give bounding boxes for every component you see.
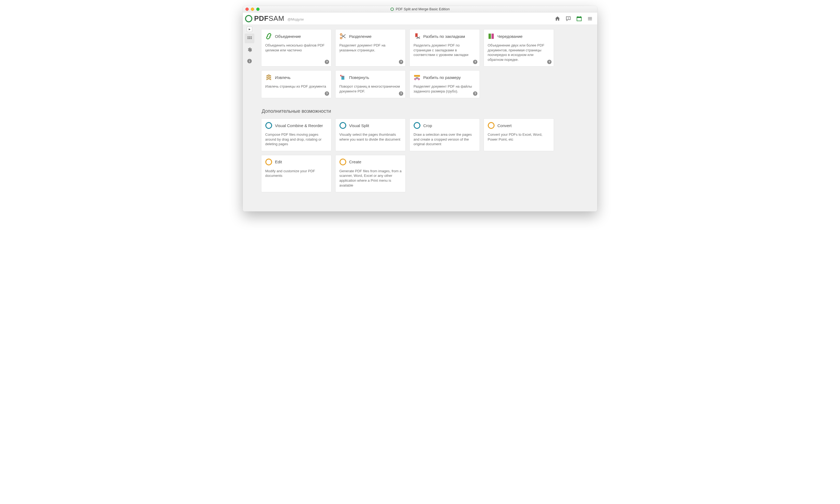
app-window: PDF Split and Merge Basic Edition PDFSAM… [243, 6, 597, 212]
module-title: Create [349, 160, 361, 164]
menu-button[interactable] [585, 14, 595, 23]
module-title: Visual Combine & Reorder [275, 123, 323, 128]
scissors-icon [339, 33, 346, 40]
module-desc: Разделить документ PDF по страницам с за… [414, 43, 476, 57]
svg-rect-5 [580, 16, 581, 17]
appbar: PDFSAM @Модули [243, 13, 597, 25]
premium-grid: Visual Combine & Reorder Compose PDF fil… [261, 119, 592, 192]
brand-text: PDFSAM [254, 14, 284, 23]
grid-icon [247, 36, 252, 41]
module-title: Повернуть [349, 75, 369, 80]
module-split-size[interactable]: Разбить по размеру Разделяет документ PD… [409, 70, 480, 98]
info-icon [247, 58, 252, 64]
swirl-icon [414, 122, 421, 129]
module-title: Разделение [349, 34, 371, 39]
help-button[interactable]: ? [547, 60, 552, 64]
module-desc: Объединение двух или более PDF документо… [488, 43, 550, 62]
sidebar-about-button[interactable] [245, 56, 255, 66]
speech-alert-icon [565, 16, 571, 22]
module-title: Edit [275, 160, 282, 164]
window-title: PDF Split and Merge Basic Edition [243, 7, 597, 11]
module-desc: Convert your PDFs to Excel, Word, Power … [488, 132, 550, 142]
module-desc: Modify and customize your PDF documents [265, 169, 328, 178]
module-title: Convert [497, 123, 512, 128]
svg-rect-3 [577, 17, 581, 18]
swirl-icon [339, 122, 346, 129]
module-desc: Поворот страниц в многостраничном докуме… [339, 84, 402, 93]
svg-rect-0 [568, 17, 568, 18]
svg-rect-14 [414, 75, 420, 77]
breadcrumb: @Модули [287, 17, 304, 21]
premium-convert[interactable]: Convert Convert your PDFs to Excel, Word… [484, 119, 554, 151]
module-title: Разбить по размеру [423, 75, 461, 80]
svg-rect-11 [488, 34, 491, 39]
ruler-scissors-icon [414, 74, 421, 81]
rotate-icon [339, 74, 346, 81]
module-title: Чередование [497, 34, 523, 39]
svg-rect-8 [249, 60, 250, 60]
premium-crop[interactable]: Crop Draw a selection area over the page… [409, 119, 480, 151]
help-button[interactable]: ? [325, 60, 329, 64]
help-button[interactable]: ? [399, 91, 403, 96]
titlebar: PDF Split and Merge Basic Edition [243, 6, 597, 13]
swirl-icon [265, 159, 272, 165]
module-desc: Draw a selection area over the pages and… [414, 132, 476, 147]
premium-visual-split[interactable]: Visual Split Visually select the pages t… [335, 119, 406, 151]
news-button[interactable] [575, 14, 584, 23]
close-button[interactable] [245, 7, 249, 11]
module-split-bookmarks[interactable]: Разбить по закладкам Разделить документ … [409, 29, 480, 67]
module-rotate[interactable]: Повернуть Поворот страниц в многостранич… [335, 70, 406, 98]
alternate-icon [488, 33, 495, 40]
module-desc: Generate PDF files from images, from a s… [339, 169, 402, 188]
module-desc: Разделяет документ PDF на указанных стра… [339, 43, 402, 52]
premium-visual-combine[interactable]: Visual Combine & Reorder Compose PDF fil… [261, 119, 332, 151]
svg-rect-7 [249, 60, 250, 62]
premium-edit[interactable]: Edit Modify and customize your PDF docum… [261, 155, 332, 192]
module-merge[interactable]: Объединение Объединить несколько файлов … [261, 29, 332, 67]
swirl-icon [265, 122, 272, 129]
notifications-button[interactable] [564, 14, 573, 23]
sidebar: ▶ [243, 25, 256, 212]
svg-rect-1 [568, 19, 568, 19]
module-split[interactable]: Разделение Разделяет документ PDF на ука… [335, 29, 406, 67]
bookmark-scissors-icon [414, 33, 421, 40]
module-desc: Извлечь страницы из PDF документа [265, 84, 328, 89]
module-desc: Compose PDF files moving pages around by… [265, 132, 328, 147]
content-area: Объединение Объединить несколько файлов … [256, 25, 597, 212]
module-title: Разбить по закладкам [423, 34, 465, 39]
module-extract[interactable]: Извлечь Извлечь страницы из PDF документ… [261, 70, 332, 98]
module-desc: Visually select the pages thumbnails whe… [339, 132, 402, 142]
module-desc: Разделяет документ PDF на файлы заданног… [414, 84, 476, 93]
extract-icon [265, 74, 272, 81]
module-title: Crop [423, 123, 432, 128]
sidebar-modules-button[interactable] [245, 34, 255, 43]
help-button[interactable]: ? [473, 91, 477, 96]
premium-create[interactable]: Create Generate PDF files from images, f… [335, 155, 406, 192]
module-alternate[interactable]: Чередование Объединение двух или более P… [484, 29, 554, 67]
premium-section-title: Дополнительные возможности [262, 108, 592, 114]
help-button[interactable]: ? [325, 91, 329, 96]
link-icon [265, 33, 272, 40]
app-icon [390, 7, 394, 11]
calendar-icon [576, 16, 582, 22]
minimize-button[interactable] [251, 7, 254, 11]
module-title: Visual Split [349, 123, 369, 128]
sidebar-expand-handle[interactable]: ▶ [247, 26, 252, 32]
help-button[interactable]: ? [399, 60, 403, 64]
zoom-button[interactable] [256, 7, 260, 11]
gear-icon [247, 47, 252, 52]
hamburger-icon [587, 16, 593, 22]
module-desc: Объединить несколько файлов PDF целиком … [265, 43, 328, 52]
help-button[interactable]: ? [473, 60, 477, 64]
window-controls [243, 7, 260, 11]
modules-grid: Объединение Объединить несколько файлов … [261, 29, 592, 98]
svg-rect-4 [578, 16, 578, 17]
sidebar-settings-button[interactable] [245, 45, 255, 55]
svg-rect-12 [491, 34, 494, 39]
module-title: Извлечь [275, 75, 291, 80]
home-button[interactable] [553, 14, 562, 23]
logo-icon [245, 15, 252, 22]
swirl-icon [488, 122, 495, 129]
logo: PDFSAM @Модули [245, 14, 304, 23]
home-icon [555, 16, 560, 22]
